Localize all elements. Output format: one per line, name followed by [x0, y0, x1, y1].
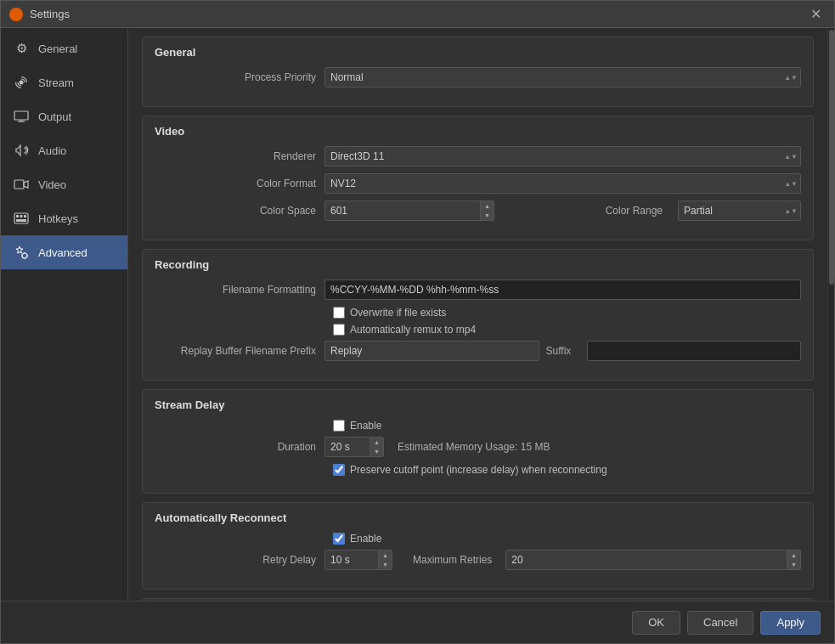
retry-delay-spinbox: ▲ ▼: [324, 550, 392, 570]
suffix-input[interactable]: [587, 341, 802, 361]
overwrite-checkbox[interactable]: [333, 307, 345, 319]
color-space-input[interactable]: [324, 201, 494, 221]
svg-rect-5: [14, 213, 28, 223]
sidebar-label-stream: Stream: [38, 76, 74, 89]
duration-up[interactable]: ▲: [370, 438, 383, 447]
general-section-title: General: [155, 46, 801, 59]
svg-rect-9: [16, 219, 26, 222]
sidebar-item-video[interactable]: Video: [1, 167, 127, 201]
recording-section-title: Recording: [155, 258, 801, 271]
color-space-down[interactable]: ▼: [481, 211, 494, 220]
color-range-select[interactable]: Partial: [678, 201, 801, 221]
sidebar-label-output: Output: [38, 110, 71, 123]
svg-rect-1: [14, 111, 28, 120]
stream-delay-enable-checkbox[interactable]: [333, 420, 345, 432]
renderer-select[interactable]: Direct3D 11: [324, 146, 801, 167]
sidebar-item-hotkeys[interactable]: Hotkeys: [1, 201, 127, 235]
replay-prefix-label: Replay Buffer Filename Prefix: [155, 345, 324, 357]
sidebar-item-audio[interactable]: Audio: [1, 133, 127, 167]
auto-reconnect-title: Automatically Reconnect: [155, 511, 801, 524]
color-space-label: Color Space: [155, 205, 324, 217]
general-section: General Process Priority Normal: [142, 37, 814, 107]
sidebar-item-general[interactable]: ⚙ General: [1, 31, 127, 65]
svg-rect-7: [20, 215, 23, 217]
sidebar-label-general: General: [38, 42, 77, 55]
max-retries-down[interactable]: ▼: [787, 560, 800, 569]
duration-down[interactable]: ▼: [370, 447, 383, 456]
recording-section: Recording Filename Formatting Overwrite …: [142, 249, 814, 381]
max-retries-up[interactable]: ▲: [787, 551, 800, 560]
scrollbar-thumb[interactable]: [829, 30, 834, 285]
remux-row: Automatically remux to mp4: [333, 324, 801, 336]
color-range-select-wrapper: Partial: [678, 201, 801, 221]
scrollbar-track[interactable]: [827, 28, 834, 601]
remux-checkbox[interactable]: [333, 324, 345, 336]
color-space-row: Color Space ▲ ▼ Color Range Pa: [155, 201, 801, 221]
color-format-label: Color Format: [155, 178, 324, 189]
sidebar-item-output[interactable]: Output: [1, 99, 127, 133]
color-space-control: ▲ ▼ Color Range Partial: [324, 201, 801, 221]
duration-arrows: ▲ ▼: [370, 438, 383, 456]
renderer-select-wrapper: Direct3D 11: [324, 146, 801, 167]
max-retries-label: Maximum Retries: [413, 554, 492, 566]
stream-delay-enable-label: Enable: [350, 420, 381, 432]
color-format-row: Color Format NV12: [155, 173, 801, 194]
video-section-title: Video: [155, 125, 801, 138]
retry-delay-label: Retry Delay: [155, 554, 324, 566]
retry-delay-up[interactable]: ▲: [379, 551, 392, 560]
output-icon: [13, 108, 30, 125]
sidebar-label-advanced: Advanced: [38, 246, 87, 259]
process-priority-select[interactable]: Normal: [324, 67, 801, 88]
duration-label: Duration: [155, 441, 324, 453]
sidebar: ⚙ General Stream: [1, 28, 128, 601]
replay-prefix-control: Suffix: [324, 341, 801, 361]
sidebar-label-hotkeys: Hotkeys: [38, 212, 78, 225]
cancel-button[interactable]: Cancel: [687, 611, 753, 635]
max-retries-input[interactable]: [505, 550, 801, 570]
reconnect-enable-checkbox[interactable]: [333, 533, 345, 545]
est-memory-label: Estimated Memory Usage: 15 MB: [398, 441, 550, 453]
renderer-control: Direct3D 11: [324, 146, 801, 167]
filename-row: Filename Formatting: [155, 280, 801, 300]
ok-button[interactable]: OK: [632, 611, 680, 635]
filename-input[interactable]: [324, 280, 801, 300]
preserve-checkbox[interactable]: [333, 464, 345, 476]
retry-delay-row: Retry Delay ▲ ▼ Maximum Retries: [155, 550, 801, 570]
filename-label: Filename Formatting: [155, 284, 324, 296]
renderer-row: Renderer Direct3D 11: [155, 146, 801, 167]
retry-delay-down[interactable]: ▼: [379, 560, 392, 569]
app-icon: [9, 8, 23, 21]
color-format-select[interactable]: NV12: [324, 173, 801, 194]
color-space-up[interactable]: ▲: [481, 201, 494, 211]
color-format-control: NV12: [324, 173, 801, 194]
stream-delay-title: Stream Delay: [155, 398, 801, 411]
process-priority-label: Process Priority: [155, 71, 324, 83]
overwrite-row: Overwrite if file exists: [333, 307, 801, 319]
sidebar-item-stream[interactable]: Stream: [1, 65, 127, 99]
preserve-label: Preserve cutoff point (increase delay) w…: [350, 464, 607, 476]
sidebar-item-advanced[interactable]: Advanced: [1, 235, 127, 269]
close-button[interactable]: ✕: [805, 4, 826, 25]
duration-row: Duration ▲ ▼ Estimated Memory Usage: 15 …: [155, 437, 801, 457]
process-priority-select-wrapper: Normal: [324, 67, 801, 88]
stream-delay-section: Stream Delay Enable Duration ▲ ▼: [142, 389, 814, 494]
svg-point-10: [22, 253, 27, 258]
max-retries-spinbox: ▲ ▼: [505, 550, 801, 570]
process-priority-row: Process Priority Normal: [155, 67, 801, 88]
suffix-label: Suffix: [546, 345, 580, 357]
apply-button[interactable]: Apply: [760, 611, 821, 635]
advanced-icon: [13, 244, 30, 261]
reconnect-enable-label: Enable: [350, 533, 381, 545]
titlebar-left: Settings: [9, 8, 70, 21]
reconnect-enable-row: Enable: [333, 533, 801, 545]
replay-row: Replay Buffer Filename Prefix Suffix: [155, 341, 801, 361]
titlebar: Settings ✕: [1, 1, 834, 28]
process-priority-control: Normal: [324, 67, 801, 88]
auto-reconnect-section: Automatically Reconnect Enable Retry Del…: [142, 502, 814, 590]
window-title: Settings: [30, 8, 70, 20]
settings-window: Settings ✕ ⚙ General Str: [0, 0, 835, 644]
sidebar-label-video: Video: [38, 178, 66, 191]
color-space-arrows: ▲ ▼: [480, 201, 494, 220]
general-icon: ⚙: [13, 40, 30, 57]
replay-prefix-input[interactable]: [324, 341, 539, 361]
